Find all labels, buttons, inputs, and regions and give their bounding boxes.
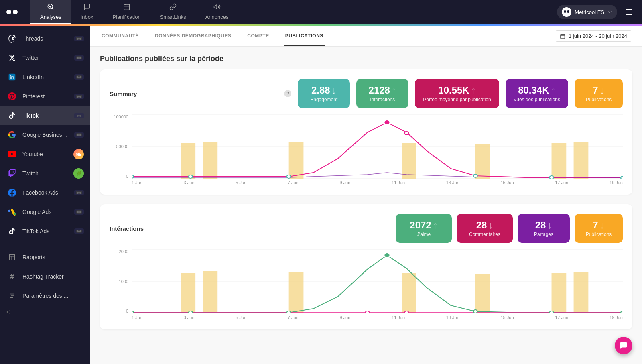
subnav-publications[interactable]: PUBLICATIONS: [284, 26, 325, 46]
svg-point-55: [287, 311, 291, 313]
summary-info-icon[interactable]: ?: [284, 90, 291, 97]
nav-analyses[interactable]: Analyses: [30, 0, 71, 24]
facebook-ads-icon: [6, 187, 18, 198]
svg-rect-47: [203, 271, 217, 313]
linkedin-badge: [74, 74, 84, 80]
svg-point-57: [473, 310, 477, 313]
threads-label: Threads: [22, 35, 69, 42]
subnav-compte[interactable]: COMPTE: [246, 26, 270, 46]
date-range-text: 1 juin 2024 - 20 juin 2024: [569, 33, 627, 39]
subnav-communaute[interactable]: COMMUNAUTÉ: [100, 26, 140, 46]
analyses-icon: [47, 3, 54, 12]
jaime-value: 2072: [410, 220, 437, 231]
portee-arrow: [471, 85, 476, 96]
twitter-icon: [6, 52, 18, 63]
commentaires-arrow: [488, 220, 493, 231]
google-ads-icon: [6, 206, 18, 218]
main-content: COMMUNAUTÉ DONNÉES DÉMOGRAPHIQUES COMPTE…: [90, 26, 642, 364]
analyses-label: Analyses: [40, 14, 61, 20]
threads-badge: [74, 36, 84, 41]
svg-point-54: [189, 311, 193, 313]
date-range-picker[interactable]: 1 juin 2024 - 20 juin 2024: [555, 30, 632, 42]
calendar-icon: [560, 33, 565, 39]
sidebar-item-rapports[interactable]: Rapports: [0, 248, 90, 267]
hamburger-menu[interactable]: ☰: [622, 6, 636, 18]
vues-value: 80.34K: [518, 85, 555, 96]
interactions-x-axis: 1 Jun 3 Jun 5 Jun 7 Jun 9 Jun 11 Jun 13 …: [110, 315, 623, 320]
summary-svg: [132, 114, 623, 179]
interactions-section-title: Intéractions: [110, 225, 144, 232]
user-name: Metricool ES: [575, 9, 604, 15]
subnav-demo[interactable]: DONNÉES DÉMOGRAPHIQUES: [153, 26, 233, 46]
svg-point-39: [405, 132, 409, 135]
sidebar-collapse-button[interactable]: <: [0, 305, 90, 319]
publications-summary-value: 7: [593, 85, 604, 96]
stat-engagement: 2.88 Engagement: [298, 79, 350, 108]
summary-chart-plot: [132, 114, 623, 179]
twitch-label: Twitch: [22, 170, 69, 177]
summary-section-title: Summary: [110, 90, 137, 97]
google-biz-icon: [6, 129, 18, 140]
sidebar-item-tiktok[interactable]: TikTok: [0, 106, 90, 125]
sidebar-item-youtube[interactable]: Youtube ME: [0, 144, 90, 164]
svg-point-38: [384, 120, 390, 125]
chat-support-button[interactable]: [615, 337, 632, 354]
rapports-label: Rapports: [22, 254, 84, 260]
svg-point-59: [405, 311, 409, 313]
page-content: Publications publiées sur la période Sum…: [90, 47, 642, 347]
sidebar-item-twitter[interactable]: Twitter: [0, 48, 90, 67]
nav-inbox[interactable]: Inbox: [71, 0, 103, 24]
tiktok-label: TikTok: [22, 112, 69, 119]
twitch-icon: [6, 168, 18, 179]
stat-commentaires: 28 Commentaires: [457, 214, 513, 243]
svg-rect-3: [124, 4, 130, 10]
sidebar-item-linkedin[interactable]: LinkedIn: [0, 67, 90, 87]
nav-smartlinks[interactable]: SmartLinks: [150, 0, 196, 24]
publications-interactions-label: Publications: [586, 232, 612, 237]
youtube-label: Youtube: [22, 151, 69, 157]
page-title: Publications publiées sur la période: [100, 55, 632, 63]
app-logo[interactable]: [6, 8, 21, 16]
sidebar-item-parametres[interactable]: Paramètres des ...: [0, 286, 90, 305]
google-biz-badge: [74, 132, 84, 138]
partages-value: 28: [535, 220, 553, 231]
summary-chart-area: 100000 50000 0: [110, 114, 623, 179]
svg-point-60: [550, 311, 554, 313]
portee-label: Portée moyenne par publication: [423, 97, 491, 102]
google-biz-label: Google Business ...: [22, 132, 69, 138]
sidebar-item-facebook-ads[interactable]: Facebook Ads: [0, 183, 90, 202]
svg-rect-52: [574, 272, 589, 313]
interactions-arrow: [392, 85, 396, 96]
chat-icon: [619, 341, 628, 350]
interactions-chart: 2000 1000 0: [110, 249, 623, 320]
stat-jaime: 2072 J'aime: [396, 214, 452, 243]
sidebar-item-pinterest[interactable]: Pinterest: [0, 87, 90, 106]
parametres-label: Paramètres des ...: [22, 293, 84, 299]
svg-line-16: [11, 274, 12, 279]
sidebar-item-threads[interactable]: Threads: [0, 29, 90, 48]
svg-rect-21: [561, 34, 565, 39]
nav-annonces[interactable]: Annonces: [196, 0, 238, 24]
interactions-svg: [132, 249, 623, 313]
engagement-value: 2.88: [311, 85, 337, 96]
user-account-button[interactable]: Metricool ES: [557, 5, 617, 19]
sidebar-item-google-ads[interactable]: Google Ads: [0, 202, 90, 222]
interactions-y-axis: 2000 1000 0: [110, 249, 132, 313]
twitch-avatar: 🌿: [73, 168, 84, 179]
sidebar-item-twitch[interactable]: Twitch 🌿: [0, 164, 90, 183]
twitter-label: Twitter: [22, 55, 69, 61]
subnav-right: 1 juin 2024 - 20 juin 2024: [555, 30, 632, 42]
nav-planification[interactable]: Planification: [103, 0, 150, 24]
sidebar-item-tiktok-ads[interactable]: TikTok Ads: [0, 222, 90, 241]
user-badge-logo: [562, 7, 571, 17]
sidebar-item-google-biz[interactable]: Google Business ...: [0, 125, 90, 144]
jaime-arrow: [433, 220, 438, 231]
svg-rect-32: [475, 144, 490, 179]
google-ads-badge: [74, 209, 84, 215]
svg-point-35: [132, 175, 134, 178]
planification-label: Planification: [113, 14, 141, 20]
tiktok-icon: [6, 110, 18, 121]
svg-rect-50: [475, 274, 490, 313]
sidebar-item-hashtag[interactable]: Hashtag Tracker: [0, 267, 90, 286]
svg-rect-11: [9, 254, 15, 260]
